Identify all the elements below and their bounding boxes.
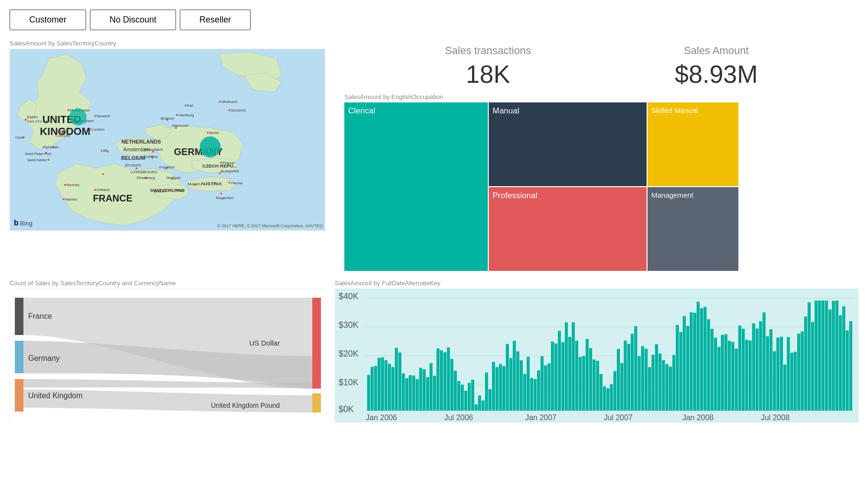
svg-text:Caerdydd: Caerdydd [55, 134, 70, 138]
svg-text:Vienna: Vienna [231, 181, 242, 185]
svg-text:Cork: Cork [15, 135, 23, 140]
svg-rect-128 [374, 366, 377, 411]
treemap-cell-clerical[interactable]: Clerical [344, 102, 488, 271]
svg-rect-254 [811, 322, 814, 411]
svg-point-45 [47, 159, 49, 161]
svg-rect-238 [756, 328, 758, 411]
svg-rect-248 [791, 353, 793, 411]
svg-rect-209 [655, 344, 658, 411]
svg-rect-199 [620, 363, 623, 411]
filter-reseller[interactable]: Reseller [180, 10, 251, 30]
svg-point-47 [64, 184, 66, 186]
svg-rect-253 [808, 302, 811, 411]
svg-point-49 [63, 198, 65, 200]
svg-point-86 [228, 182, 230, 184]
kpi-transactions-value: 18K [445, 60, 531, 89]
svg-rect-219 [690, 313, 692, 411]
svg-text:Jan 2007: Jan 2007 [525, 414, 557, 422]
svg-rect-196 [610, 384, 613, 411]
svg-rect-181 [558, 331, 561, 411]
kpi-amount-value: $8.93M [675, 60, 758, 89]
svg-text:Zurich: Zurich [154, 189, 165, 193]
svg-text:Germany: Germany [28, 354, 60, 362]
map-container[interactable]: UNITED KINGDOM GERMANY FRANCE NETHERLAND… [10, 49, 325, 231]
svg-rect-146 [437, 348, 439, 411]
timeseries-container[interactable]: $40K $30K $20K $10K $0K Jan 2006 Jul 200… [335, 289, 858, 423]
svg-rect-231 [731, 342, 734, 411]
treemap-cell-manual[interactable]: Manual [489, 102, 647, 186]
svg-rect-165 [502, 366, 505, 411]
svg-rect-204 [637, 356, 640, 411]
kpi-transactions-label: Sales transactions [445, 45, 531, 57]
svg-rect-265 [849, 321, 852, 411]
treemap-cell-professional[interactable]: Professional [489, 187, 647, 271]
timeseries-section: SalesAmount by FullDateAlternateKey $40K… [335, 279, 858, 423]
svg-rect-214 [672, 355, 675, 411]
treemap-cell-management[interactable]: Management [648, 187, 738, 271]
svg-text:US Dollar: US Dollar [249, 339, 280, 347]
svg-text:Bremen: Bremen [161, 116, 174, 121]
svg-point-51 [94, 189, 96, 190]
svg-rect-129 [377, 358, 380, 411]
svg-rect-189 [586, 339, 589, 411]
svg-rect-246 [783, 365, 786, 411]
treemap-section: SalesAmount by EnglishOccupation Clerica… [344, 93, 858, 270]
svg-rect-157 [475, 404, 478, 411]
svg-rect-245 [780, 337, 783, 411]
svg-rect-169 [516, 351, 519, 411]
sankey-container[interactable]: France Germany United Kingdom US Dollar … [10, 289, 325, 423]
svg-text:Klagenfurt: Klagenfurt [216, 196, 233, 200]
svg-rect-201 [627, 344, 630, 411]
filter-no-discount[interactable]: No Discount [90, 10, 176, 30]
svg-rect-133 [391, 367, 394, 411]
svg-rect-166 [506, 344, 509, 411]
svg-point-97 [69, 108, 87, 125]
svg-rect-259 [828, 310, 831, 411]
svg-rect-207 [648, 367, 651, 411]
svg-rect-145 [433, 376, 436, 411]
svg-text:Plymouth: Plymouth [43, 145, 58, 149]
sankey-section: Count of Sales by SalesTerritoryCountry … [10, 279, 325, 423]
bottom-row: Count of Sales by SalesTerritoryCountry … [10, 279, 858, 423]
filter-customer[interactable]: Customer [10, 10, 86, 30]
svg-rect-126 [367, 375, 370, 411]
svg-text:Norwich: Norwich [97, 114, 110, 118]
svg-text:Berlin: Berlin [209, 131, 219, 135]
svg-rect-102 [312, 298, 321, 389]
svg-rect-160 [485, 372, 488, 411]
svg-rect-183 [565, 323, 568, 411]
svg-rect-152 [457, 381, 460, 411]
svg-rect-191 [593, 359, 595, 411]
svg-rect-239 [759, 321, 762, 411]
svg-rect-143 [426, 377, 429, 411]
treemap-label-professional: Professional [493, 191, 538, 201]
svg-rect-261 [835, 301, 838, 411]
treemap-label-management: Management [651, 191, 693, 199]
kpi-amount-label: Sales Amount [675, 45, 758, 57]
svg-rect-182 [561, 342, 564, 411]
svg-text:BELGIUM: BELGIUM [121, 155, 145, 161]
svg-rect-158 [478, 395, 481, 411]
svg-rect-217 [683, 316, 686, 411]
svg-rect-215 [676, 325, 679, 411]
svg-rect-127 [371, 367, 374, 411]
map-copyright: © 2017 HERE, © 2017 Microsoft Corporatio… [217, 224, 323, 228]
svg-rect-187 [579, 357, 582, 411]
svg-rect-257 [822, 301, 824, 411]
svg-rect-186 [575, 341, 578, 411]
svg-text:London: London [92, 127, 105, 132]
svg-rect-153 [461, 385, 463, 411]
svg-rect-213 [669, 367, 672, 411]
svg-rect-176 [540, 356, 543, 411]
svg-rect-180 [554, 344, 557, 411]
svg-point-68 [176, 114, 178, 116]
svg-rect-224 [707, 319, 710, 411]
svg-rect-203 [634, 326, 637, 411]
svg-rect-156 [471, 380, 474, 411]
svg-rect-162 [492, 362, 495, 411]
treemap-cell-skilled[interactable]: Skilled Manual [648, 102, 738, 186]
svg-point-32 [94, 115, 96, 117]
svg-text:$0K: $0K [339, 404, 354, 414]
svg-text:Jan 2008: Jan 2008 [682, 414, 714, 422]
svg-rect-220 [693, 313, 696, 411]
